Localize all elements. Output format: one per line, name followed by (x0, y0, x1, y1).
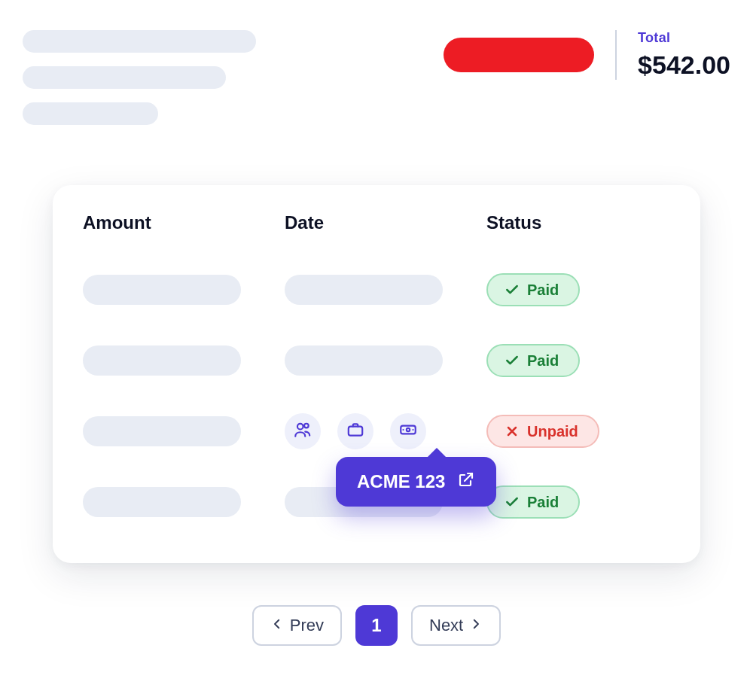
svg-point-1 (304, 424, 309, 428)
table-header-amount: Amount (83, 212, 267, 233)
amount-placeholder (83, 416, 241, 446)
status-text: Paid (527, 282, 559, 299)
svg-rect-2 (349, 427, 362, 436)
row-actions: ACME 123 (285, 413, 468, 449)
users-icon (293, 420, 312, 443)
cash-icon (398, 420, 418, 443)
next-label: Next (429, 616, 463, 635)
table-header-date: Date (285, 212, 468, 233)
header-total-area: Total $542.00 (444, 30, 730, 80)
briefcase-icon (346, 420, 365, 443)
status-text: Paid (527, 352, 559, 370)
prev-button[interactable]: Prev (252, 605, 342, 646)
tooltip[interactable]: ACME 123 (336, 457, 496, 507)
transactions-card: Amount Date Status Paid Paid (53, 185, 700, 563)
date-placeholder (285, 275, 443, 305)
table-row: Paid (83, 266, 670, 313)
amount-placeholder (83, 275, 241, 305)
status-badge: Paid (486, 344, 580, 377)
tooltip-label: ACME 123 (357, 471, 445, 492)
primary-cta-button[interactable] (444, 38, 594, 72)
table-row: Paid (83, 337, 670, 384)
table-header-status: Status (486, 212, 670, 233)
svg-point-0 (297, 424, 303, 430)
users-button[interactable] (285, 413, 321, 449)
status-badge: Paid (486, 485, 580, 519)
svg-point-4 (407, 428, 410, 431)
prev-label: Prev (290, 616, 324, 635)
check-icon (505, 495, 520, 510)
check-icon (505, 282, 520, 297)
date-placeholder (285, 345, 443, 376)
check-icon (505, 353, 520, 368)
x-icon (505, 424, 520, 439)
table-row: ACME 123 Unpaid (83, 408, 670, 455)
status-text: Unpaid (527, 423, 578, 440)
amount-placeholder (83, 345, 241, 376)
cash-button[interactable] (390, 413, 426, 449)
amount-placeholder (83, 487, 241, 517)
pagination: Prev 1 Next (23, 605, 730, 646)
status-badge: Paid (486, 273, 580, 306)
total-block: Total $542.00 (615, 30, 730, 80)
briefcase-button[interactable] (337, 413, 373, 449)
chevron-left-icon (270, 616, 284, 635)
external-link-icon (457, 470, 475, 493)
table-head: Amount Date Status (83, 212, 670, 233)
next-button[interactable]: Next (411, 605, 501, 646)
header-skeleton-line (23, 102, 158, 125)
page-number-value: 1 (371, 615, 381, 636)
total-label: Total (638, 30, 730, 46)
status-text: Paid (527, 494, 559, 511)
total-value: $542.00 (638, 50, 730, 80)
header-skeleton-stack (23, 30, 256, 125)
page-header: Total $542.00 (23, 30, 730, 125)
page-number-current[interactable]: 1 (355, 605, 398, 646)
chevron-right-icon (469, 616, 483, 635)
header-skeleton-line (23, 30, 256, 53)
header-skeleton-line (23, 66, 226, 89)
status-badge: Unpaid (486, 415, 599, 448)
